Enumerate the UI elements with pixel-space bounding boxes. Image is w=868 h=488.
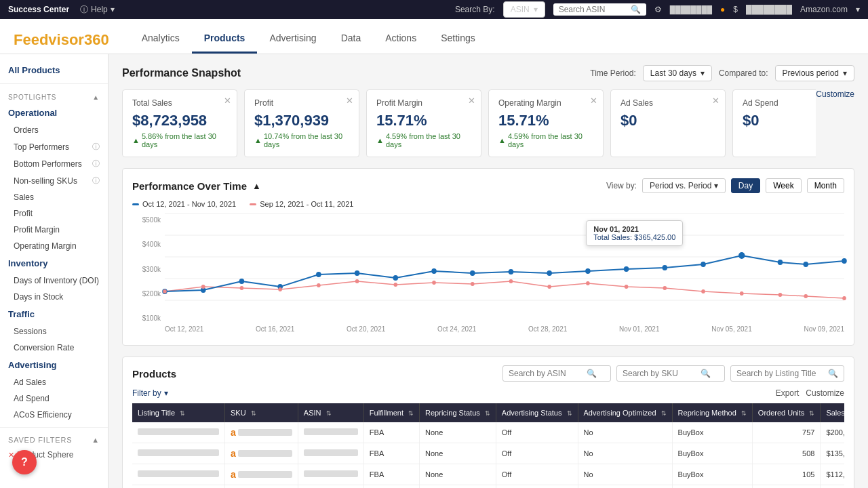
col-ordered-units[interactable]: Ordered Units ⇅: [752, 403, 821, 422]
tab-actions[interactable]: Actions: [373, 26, 429, 54]
settings-icon[interactable]: ⚙: [654, 5, 662, 14]
svg-point-37: [663, 286, 667, 290]
sidebar-item-ad-spend[interactable]: Ad Spend: [0, 390, 108, 407]
search-title-icon[interactable]: 🔍: [828, 369, 838, 378]
x-axis: Oct 12, 2021 Oct 16, 2021 Oct 20, 2021 O…: [165, 325, 844, 333]
col-repricing-status[interactable]: Repricing Status ⇅: [420, 403, 496, 422]
col-advertising-optimized[interactable]: Advertising Optimized ⇅: [578, 403, 672, 422]
search-title-box[interactable]: 🔍: [730, 365, 844, 382]
table-container: Listing Title ⇅ SKU ⇅ ASIN ⇅ Fulfillment…: [132, 403, 844, 488]
col-asin[interactable]: ASIN ⇅: [298, 403, 363, 422]
logo[interactable]: Feedvisor360: [14, 31, 109, 49]
svg-point-13: [470, 270, 475, 276]
tab-data[interactable]: Data: [329, 26, 374, 54]
blurred-cell: [138, 428, 219, 435]
export-button[interactable]: Export: [776, 388, 800, 398]
close-profit-margin[interactable]: ✕: [468, 96, 475, 106]
cell-advertising-optimized: No: [578, 422, 672, 443]
cell-fulfillment: FBA: [363, 443, 419, 464]
sidebar-item-days-in-stock[interactable]: Days in Stock: [0, 289, 108, 305]
col-advertising-status[interactable]: Advertising Status ⇅: [496, 403, 578, 422]
svg-point-28: [317, 283, 321, 287]
close-total-sales[interactable]: ✕: [224, 96, 231, 106]
sidebar-item-top-performers[interactable]: Top Performers ⓘ: [0, 138, 108, 155]
top-search-icon[interactable]: 🔍: [631, 5, 641, 14]
week-btn[interactable]: Week: [766, 178, 801, 193]
cell-advertising-status: Off: [496, 464, 578, 485]
table-row: a FBA None Off No BuyBox 105 $112,425 $1…: [132, 464, 844, 485]
close-operating-margin[interactable]: ✕: [590, 96, 597, 106]
period-dropdown[interactable]: Period vs. Period ▾: [642, 178, 726, 193]
tab-products[interactable]: Products: [192, 26, 258, 54]
ad-sales-title: Ad Sales: [620, 98, 715, 108]
collapse-filters-icon[interactable]: ▲: [92, 436, 100, 444]
sidebar-item-ad-sales[interactable]: Ad Sales: [0, 374, 108, 390]
svg-point-34: [547, 285, 551, 289]
col-sku[interactable]: SKU ⇅: [225, 403, 298, 422]
sidebar-item-profit[interactable]: Profit: [0, 205, 108, 222]
cell-advertising-status: Off: [496, 443, 578, 464]
col-sales[interactable]: Sales ⇅: [821, 403, 844, 422]
collapse-chart-icon[interactable]: ▲: [252, 181, 261, 191]
profit-change: ▲ 10.74% from the last 30 days: [254, 132, 349, 148]
search-title-input[interactable]: [736, 369, 825, 378]
help-link[interactable]: ⓘ Help ▾: [80, 4, 115, 16]
tab-settings[interactable]: Settings: [429, 26, 488, 54]
search-sku-box[interactable]: 🔍: [616, 365, 725, 382]
sidebar-item-non-selling[interactable]: Non-selling SKUs ⓘ: [0, 172, 108, 189]
sidebar-item-orders[interactable]: Orders: [0, 122, 108, 138]
svg-point-19: [701, 262, 706, 267]
metric-card-profit: ✕ Profit $1,370,939 ▲ 10.74% from the la…: [244, 89, 359, 157]
sidebar-traffic[interactable]: Traffic: [0, 305, 108, 323]
top-search-bar[interactable]: 🔍: [553, 3, 646, 16]
search-asin-box[interactable]: 🔍: [502, 365, 611, 382]
table-row: a FBA None Off No BuyBox 89 $96,172 $9,7…: [132, 485, 844, 489]
sidebar-advertising[interactable]: Advertising: [0, 356, 108, 374]
sidebar-item-profit-margin[interactable]: Profit Margin: [0, 222, 108, 238]
time-period-select[interactable]: Last 30 days ▾: [643, 65, 712, 81]
svg-point-29: [355, 279, 359, 283]
search-asin-icon[interactable]: 🔍: [587, 369, 597, 378]
sidebar-item-doi[interactable]: Days of Inventory (DOI): [0, 272, 108, 289]
svg-point-24: [163, 289, 167, 293]
search-asin-input[interactable]: [509, 369, 583, 378]
search-sku-input[interactable]: [623, 369, 697, 378]
legend-dot-pink: [250, 203, 256, 205]
tab-advertising[interactable]: Advertising: [257, 26, 328, 54]
collapse-icon[interactable]: ▲: [92, 94, 100, 101]
sidebar-item-acos[interactable]: ACoS Efficiency: [0, 407, 108, 423]
cell-advertising-optimized: No: [578, 485, 672, 489]
svg-point-40: [778, 293, 783, 297]
top-search-input[interactable]: [559, 5, 627, 14]
sidebar-item-sessions[interactable]: Sessions: [0, 323, 108, 340]
legend-secondary: Sep 12, 2021 - Oct 11, 2021: [250, 200, 353, 208]
sidebar-all-products[interactable]: All Products: [0, 61, 108, 79]
col-listing-title[interactable]: Listing Title ⇅: [132, 403, 225, 422]
sidebar-operational[interactable]: Operational: [0, 104, 108, 122]
sidebar-item-conversion[interactable]: Conversion Rate: [0, 340, 108, 356]
chart-section: Performance Over Time ▲ View by: Period …: [122, 168, 854, 346]
success-center-link[interactable]: Success Center: [8, 5, 69, 14]
col-repricing-method[interactable]: Repricing Method ⇅: [672, 403, 752, 422]
sidebar-item-operating-margin[interactable]: Operating Margin: [0, 238, 108, 254]
close-profit[interactable]: ✕: [346, 96, 353, 106]
filter-by-button[interactable]: Filter by ▾: [132, 388, 168, 398]
col-fulfillment[interactable]: Fulfillment ⇅: [363, 403, 419, 422]
compared-to-select[interactable]: Previous period ▾: [775, 65, 854, 81]
customize-button[interactable]: Customize: [806, 388, 844, 398]
metric-card-ad-sales: ✕ Ad Sales $0: [610, 89, 726, 157]
search-by-select[interactable]: ASIN ▾: [503, 1, 545, 18]
sidebar-inventory[interactable]: Inventory: [0, 254, 108, 272]
month-btn[interactable]: Month: [807, 178, 844, 193]
search-sku-icon[interactable]: 🔍: [701, 369, 711, 378]
snapshot-controls: Time Period: Last 30 days ▾ Compared to:…: [590, 65, 854, 81]
day-btn[interactable]: Day: [731, 178, 760, 193]
sidebar-item-sales[interactable]: Sales: [0, 189, 108, 205]
x-label-5: Nov 01, 2021: [619, 325, 660, 333]
help-button[interactable]: ?: [12, 450, 37, 474]
svg-point-41: [804, 294, 808, 298]
tab-analytics[interactable]: Analytics: [130, 26, 192, 54]
close-ad-sales[interactable]: ✕: [712, 96, 719, 106]
sidebar-item-bottom-performers[interactable]: Bottom Performers ⓘ: [0, 155, 108, 172]
snapshot-customize[interactable]: Customize: [816, 89, 854, 99]
